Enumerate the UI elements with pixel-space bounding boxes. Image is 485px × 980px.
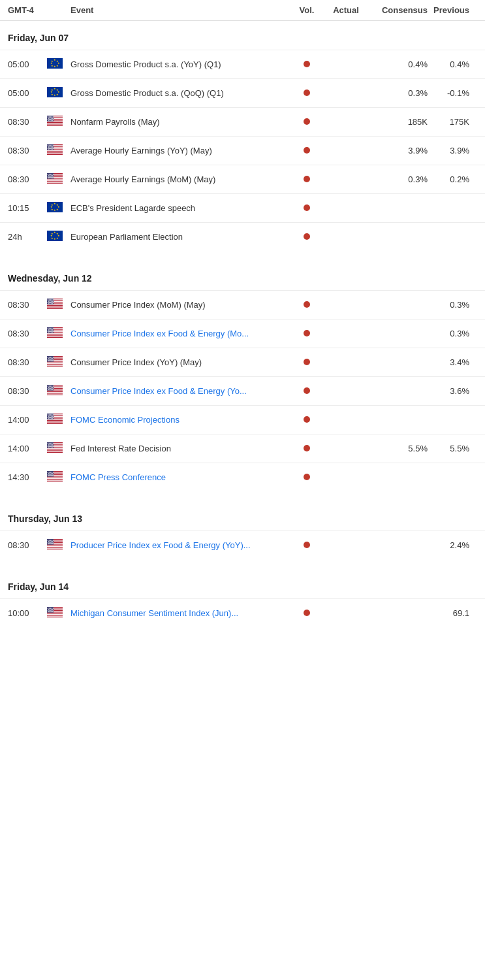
svg-rect-198 <box>47 394 63 395</box>
svg-text:★: ★ <box>52 474 54 477</box>
event-time: 08:30 <box>8 386 47 396</box>
table-row[interactable]: 08:30 ★★★★★ ★★★★ ★★★★★ ★★★★ Consumer Pri… <box>0 290 485 319</box>
event-time: 14:00 <box>8 415 47 425</box>
event-time: 08:30 <box>8 300 47 310</box>
vol-dot <box>304 90 310 96</box>
svg-rect-275 <box>47 478 63 479</box>
section-header-thursday-jun-13: Thursday, Jun 13 <box>0 502 485 531</box>
vol-dot <box>304 416 310 423</box>
event-flag: ★★★★★ ★★★★ ★★★★★ ★★★★ <box>47 173 70 186</box>
event-time: 08:30 <box>8 357 47 367</box>
header-previous: Previous <box>428 5 477 15</box>
event-name[interactable]: FOMC Press Conference <box>70 472 290 482</box>
table-row[interactable]: 10:00 ★★★★★ ★★★★ ★★★★★ ★★★★ Michigan Con… <box>0 598 485 627</box>
event-vol <box>290 472 323 482</box>
svg-rect-250 <box>47 451 63 452</box>
event-name[interactable]: Producer Price Index ex Food & Energy (Y… <box>70 540 290 550</box>
svg-rect-119 <box>47 306 63 306</box>
section-header-wednesday-jun-12: Wednesday, Jun 12 <box>0 261 485 290</box>
svg-text:★: ★ <box>56 93 59 96</box>
svg-rect-75 <box>47 180 63 181</box>
event-previous: 0.3% <box>428 329 477 338</box>
header-event: Event <box>70 5 290 15</box>
event-consensus: 5.5% <box>369 444 428 453</box>
section-header-friday-jun-07: Friday, Jun 07 <box>0 21 485 50</box>
event-name: Consumer Price Index (MoM) (May) <box>70 300 290 310</box>
event-name[interactable]: Consumer Price Index ex Food & Energy (M… <box>70 329 290 338</box>
event-previous: -0.1% <box>428 88 477 98</box>
event-vol <box>290 300 323 310</box>
event-name[interactable]: Michigan Consumer Sentiment Index (Jun).… <box>70 608 290 618</box>
event-flag: ★★★★★ ★★★★ ★★★★★ ★★★★ <box>47 144 70 157</box>
event-vol <box>290 88 323 98</box>
event-name[interactable]: Consumer Price Index ex Food & Energy (Y… <box>70 386 290 396</box>
event-flag: ★★★★★ ★★★★ ★★★★★ ★★★★ <box>47 327 70 340</box>
svg-text:★: ★ <box>52 359 54 362</box>
svg-rect-49 <box>47 152 63 152</box>
table-row[interactable]: 10:15 ★ ★ ★ ★ ★ ★ ★ ★ ECB's President La… <box>0 193 485 222</box>
svg-text:★: ★ <box>51 232 54 235</box>
event-time: 10:00 <box>8 608 47 618</box>
table-header: GMT-4 Event Vol. Actual Consensus Previo… <box>0 0 485 21</box>
svg-rect-249 <box>47 449 63 450</box>
event-previous: 5.5% <box>428 444 477 453</box>
vol-dot <box>304 610 310 616</box>
sections-container: Friday, Jun 0705:00 ★ ★ ★ ★ ★ ★ ★ ★ Gros… <box>0 21 485 638</box>
svg-text:★: ★ <box>54 208 56 212</box>
table-row[interactable]: 24h ★ ★ ★ ★ ★ ★ ★ ★ European Parliament … <box>0 222 485 251</box>
event-name: Average Hourly Earnings (MoM) (May) <box>70 174 290 184</box>
svg-rect-76 <box>47 182 63 183</box>
event-name: European Parliament Election <box>70 232 290 242</box>
event-vol <box>290 59 323 69</box>
vol-dot <box>304 204 310 211</box>
svg-rect-23 <box>47 123 63 123</box>
event-vol <box>290 357 323 367</box>
event-flag: ★★★★★ ★★★★ ★★★★★ ★★★★ <box>47 385 70 397</box>
event-time: 10:15 <box>8 203 47 213</box>
svg-text:★: ★ <box>52 176 54 179</box>
svg-rect-224 <box>47 423 63 423</box>
event-previous: 69.1 <box>428 608 477 618</box>
svg-text:★: ★ <box>52 417 54 419</box>
vol-dot <box>304 147 310 154</box>
event-time: 14:30 <box>8 472 47 482</box>
table-row[interactable]: 08:30 ★★★★★ ★★★★ ★★★★★ ★★★★ Consumer Pri… <box>0 348 485 376</box>
vol-dot <box>304 61 310 67</box>
svg-text:★: ★ <box>52 148 54 150</box>
svg-text:★: ★ <box>52 446 54 448</box>
table-row[interactable]: 14:00 ★★★★★ ★★★★ ★★★★★ ★★★★ Fed Interest… <box>0 434 485 463</box>
table-row[interactable]: 08:30 ★★★★★ ★★★★ ★★★★★ ★★★★ Nonfarm Payr… <box>0 107 485 136</box>
vol-dot <box>304 330 310 336</box>
svg-text:★: ★ <box>56 237 59 240</box>
event-vol <box>290 203 323 213</box>
event-name: Fed Interest Rate Decision <box>70 444 290 453</box>
event-vol <box>290 117 323 127</box>
table-row[interactable]: 05:00 ★ ★ ★ ★ ★ ★ ★ ★ Gross Domestic Pro… <box>0 78 485 107</box>
table-row[interactable]: 14:30 ★★★★★ ★★★★ ★★★★★ ★★★★ FOMC Press C… <box>0 463 485 491</box>
event-flag: ★ ★ ★ ★ ★ ★ ★ ★ <box>47 202 70 214</box>
event-vol <box>290 540 323 550</box>
header-actual: Actual <box>323 5 369 15</box>
svg-text:★: ★ <box>52 119 54 122</box>
event-previous: 3.4% <box>428 357 477 367</box>
table-row[interactable]: 14:00 ★★★★★ ★★★★ ★★★★★ ★★★★ FOMC Economi… <box>0 405 485 434</box>
event-previous: 3.9% <box>428 146 477 155</box>
table-row[interactable]: 08:30 ★★★★★ ★★★★ ★★★★★ ★★★★ Producer Pri… <box>0 531 485 559</box>
table-row[interactable]: 05:00 ★ ★ ★ ★ ★ ★ ★ ★ Gross Domestic Pro… <box>0 50 485 78</box>
svg-text:★: ★ <box>52 388 54 391</box>
table-row[interactable]: 08:30 ★★★★★ ★★★★ ★★★★★ ★★★★ Consumer Pri… <box>0 319 485 348</box>
event-name[interactable]: FOMC Economic Projections <box>70 415 290 425</box>
vol-dot <box>304 176 310 182</box>
table-row[interactable]: 08:30 ★★★★★ ★★★★ ★★★★★ ★★★★ Average Hour… <box>0 165 485 193</box>
event-time: 08:30 <box>8 117 47 127</box>
event-time: 05:00 <box>8 88 47 98</box>
event-vol <box>290 146 323 155</box>
table-row[interactable]: 08:30 ★★★★★ ★★★★ ★★★★★ ★★★★ Consumer Pri… <box>0 376 485 405</box>
vol-dot <box>304 542 310 548</box>
svg-rect-302 <box>47 548 63 549</box>
event-flag: ★ ★ ★ ★ ★ ★ ★ ★ <box>47 58 70 71</box>
svg-rect-24 <box>47 125 63 125</box>
event-time: 08:30 <box>8 174 47 184</box>
event-consensus: 0.4% <box>369 59 428 69</box>
table-row[interactable]: 08:30 ★★★★★ ★★★★ ★★★★★ ★★★★ Average Hour… <box>0 136 485 165</box>
